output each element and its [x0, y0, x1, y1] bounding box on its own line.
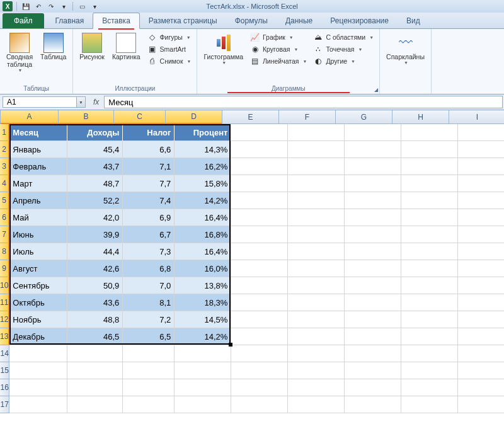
- fill-handle[interactable]: [229, 343, 232, 347]
- cell[interactable]: 48,7: [67, 175, 123, 192]
- row-header[interactable]: 17: [0, 396, 9, 413]
- cell[interactable]: Июль: [9, 243, 67, 260]
- column-header[interactable]: G: [336, 110, 392, 124]
- cell[interactable]: [288, 294, 345, 311]
- cell[interactable]: 14,2%: [175, 328, 231, 345]
- cell[interactable]: 7,0: [123, 277, 175, 294]
- cell[interactable]: 44,4: [67, 243, 123, 260]
- cell[interactable]: Октябрь: [9, 294, 67, 311]
- tab-review[interactable]: Рецензирование: [321, 13, 398, 28]
- cell[interactable]: [401, 260, 458, 277]
- cell[interactable]: 50,9: [67, 277, 123, 294]
- pivot-table-button[interactable]: Сводная таблица ▼: [4, 32, 35, 74]
- cell[interactable]: Сентябрь: [9, 277, 67, 294]
- table-button[interactable]: Таблица: [38, 32, 69, 62]
- cell[interactable]: 7,2: [123, 311, 175, 328]
- cell[interactable]: [401, 124, 458, 141]
- qat-customize-icon[interactable]: ▾: [89, 1, 100, 11]
- cell[interactable]: [401, 175, 458, 192]
- histogram-button[interactable]: Гистограмма ▼: [201, 32, 246, 66]
- row-header[interactable]: 7: [0, 226, 9, 243]
- row-header[interactable]: 4: [0, 175, 9, 192]
- tab-insert[interactable]: Вставка: [93, 13, 140, 29]
- cell[interactable]: 6,5: [123, 328, 175, 345]
- cell[interactable]: [458, 311, 504, 328]
- cell[interactable]: 13,8%: [175, 277, 231, 294]
- cell[interactable]: [345, 260, 401, 277]
- charts-dialog-launcher-icon[interactable]: ◢: [374, 87, 378, 93]
- cell[interactable]: Апрель: [9, 192, 67, 209]
- cell[interactable]: Май: [9, 209, 67, 226]
- cell[interactable]: [401, 362, 458, 379]
- cell[interactable]: [345, 362, 401, 379]
- cell[interactable]: [458, 396, 504, 413]
- cell[interactable]: [345, 396, 401, 413]
- cell[interactable]: [401, 277, 458, 294]
- cell[interactable]: 18,3%: [175, 294, 231, 311]
- row-header[interactable]: 15: [0, 362, 9, 379]
- clipart-button[interactable]: Картинка: [110, 32, 143, 62]
- cell[interactable]: [231, 124, 288, 141]
- cell[interactable]: [123, 396, 175, 413]
- row-header[interactable]: 8: [0, 243, 9, 260]
- cell[interactable]: [231, 141, 288, 158]
- quick-print-icon[interactable]: ▾: [59, 1, 69, 11]
- cell[interactable]: 14,2%: [175, 192, 231, 209]
- undo-icon[interactable]: ↶: [33, 1, 43, 11]
- column-header[interactable]: E: [222, 110, 279, 124]
- tab-formulas[interactable]: Формулы: [226, 13, 277, 28]
- cell[interactable]: [231, 379, 288, 396]
- cell[interactable]: 14,5%: [175, 311, 231, 328]
- cell[interactable]: [345, 379, 401, 396]
- cell[interactable]: [401, 141, 458, 158]
- cell[interactable]: 43,6: [67, 294, 123, 311]
- cell[interactable]: [345, 158, 401, 175]
- cell[interactable]: [231, 175, 288, 192]
- cell[interactable]: 6,9: [123, 209, 175, 226]
- cell[interactable]: [231, 328, 288, 345]
- cell[interactable]: [123, 345, 175, 362]
- cell[interactable]: [175, 396, 231, 413]
- redo-icon[interactable]: ↷: [46, 1, 56, 11]
- row-header[interactable]: 11: [0, 294, 9, 311]
- column-header[interactable]: I: [449, 110, 504, 124]
- cell[interactable]: 45,4: [67, 141, 123, 158]
- row-header[interactable]: 10: [0, 277, 9, 294]
- other-charts-button[interactable]: ◐Другие▼: [311, 55, 375, 67]
- cell[interactable]: [231, 192, 288, 209]
- tab-page-layout[interactable]: Разметка страницы: [140, 13, 226, 28]
- cell[interactable]: 48,8: [67, 311, 123, 328]
- new-doc-icon[interactable]: ▭: [77, 1, 87, 11]
- name-box-dropdown[interactable]: ▼: [77, 96, 86, 108]
- cell[interactable]: [231, 209, 288, 226]
- cell[interactable]: 42,6: [67, 260, 123, 277]
- cell[interactable]: [401, 311, 458, 328]
- cell[interactable]: [401, 328, 458, 345]
- cell[interactable]: [345, 243, 401, 260]
- cell[interactable]: [231, 277, 288, 294]
- cell[interactable]: [345, 192, 401, 209]
- save-icon[interactable]: 💾: [21, 1, 31, 11]
- cell[interactable]: [401, 209, 458, 226]
- cell[interactable]: [288, 243, 345, 260]
- cell[interactable]: [345, 328, 401, 345]
- cell[interactable]: [345, 311, 401, 328]
- cell[interactable]: [345, 345, 401, 362]
- tab-view[interactable]: Вид: [398, 13, 429, 28]
- cell[interactable]: [231, 294, 288, 311]
- cell[interactable]: Март: [9, 175, 67, 192]
- pie-chart-button[interactable]: ◉Круговая▼: [248, 43, 309, 55]
- column-header[interactable]: C: [114, 110, 166, 124]
- cell[interactable]: [288, 158, 345, 175]
- cell[interactable]: [458, 243, 504, 260]
- cell[interactable]: 52,2: [67, 192, 123, 209]
- cell[interactable]: [231, 158, 288, 175]
- cell[interactable]: Февраль: [9, 158, 67, 175]
- cell[interactable]: 39,9: [67, 226, 123, 243]
- cell[interactable]: [231, 362, 288, 379]
- cell[interactable]: [401, 192, 458, 209]
- row-header[interactable]: 12: [0, 311, 9, 328]
- cell[interactable]: [231, 260, 288, 277]
- cell[interactable]: [345, 277, 401, 294]
- cell[interactable]: [67, 345, 123, 362]
